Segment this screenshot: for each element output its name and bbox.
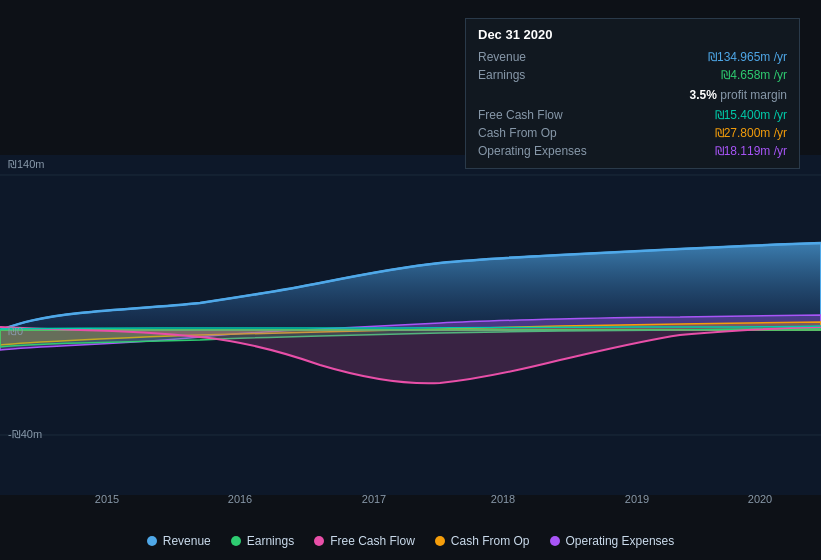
y-label-mid: ₪0	[8, 325, 23, 338]
tooltip-fcf-value: ₪15.400m /yr	[598, 108, 787, 122]
x-label-2018: 2018	[491, 493, 515, 505]
legend-revenue-label: Revenue	[163, 534, 211, 548]
tooltip-earnings-value: ₪4.658m /yr	[598, 68, 787, 82]
legend-cashop[interactable]: Cash From Op	[435, 534, 530, 548]
legend-fcf[interactable]: Free Cash Flow	[314, 534, 415, 548]
x-label-2019: 2019	[625, 493, 649, 505]
x-label-2015: 2015	[95, 493, 119, 505]
tooltip-fcf-label: Free Cash Flow	[478, 108, 598, 122]
chart-container: ₪140m ₪0 -₪40m 2015 2016 2017 2018 2019 …	[0, 0, 821, 560]
x-label-2017: 2017	[362, 493, 386, 505]
tooltip-earnings-label: Earnings	[478, 68, 598, 82]
legend-opex-dot	[550, 536, 560, 546]
legend-fcf-label: Free Cash Flow	[330, 534, 415, 548]
x-label-2020: 2020	[748, 493, 772, 505]
tooltip-margin-row: 3.5% profit margin	[478, 84, 787, 106]
tooltip-opex-label: Operating Expenses	[478, 144, 598, 158]
y-label-bottom: -₪40m	[8, 428, 42, 441]
legend-earnings[interactable]: Earnings	[231, 534, 294, 548]
legend-opex[interactable]: Operating Expenses	[550, 534, 675, 548]
legend-revenue[interactable]: Revenue	[147, 534, 211, 548]
legend-cashop-label: Cash From Op	[451, 534, 530, 548]
y-label-top: ₪140m	[8, 158, 45, 171]
tooltip-revenue-row: Revenue ₪134.965m /yr	[478, 48, 787, 66]
chart-svg	[0, 155, 821, 495]
tooltip-cashop-row: Cash From Op ₪27.800m /yr	[478, 124, 787, 142]
legend-earnings-dot	[231, 536, 241, 546]
tooltip-margin-value: 3.5% profit margin	[690, 86, 787, 104]
tooltip-cashop-value: ₪27.800m /yr	[598, 126, 787, 140]
legend-opex-label: Operating Expenses	[566, 534, 675, 548]
legend-cashop-dot	[435, 536, 445, 546]
tooltip-fcf-row: Free Cash Flow ₪15.400m /yr	[478, 106, 787, 124]
x-label-2016: 2016	[228, 493, 252, 505]
tooltip-revenue-label: Revenue	[478, 50, 598, 64]
tooltip-cashop-label: Cash From Op	[478, 126, 598, 140]
chart-legend: Revenue Earnings Free Cash Flow Cash Fro…	[0, 534, 821, 548]
legend-fcf-dot	[314, 536, 324, 546]
legend-revenue-dot	[147, 536, 157, 546]
tooltip-earnings-row: Earnings ₪4.658m /yr	[478, 66, 787, 84]
tooltip-box: Dec 31 2020 Revenue ₪134.965m /yr Earnin…	[465, 18, 800, 169]
tooltip-revenue-value: ₪134.965m /yr	[598, 50, 787, 64]
legend-earnings-label: Earnings	[247, 534, 294, 548]
tooltip-date: Dec 31 2020	[478, 27, 787, 42]
tooltip-opex-value: ₪18.119m /yr	[598, 144, 787, 158]
tooltip-opex-row: Operating Expenses ₪18.119m /yr	[478, 142, 787, 160]
